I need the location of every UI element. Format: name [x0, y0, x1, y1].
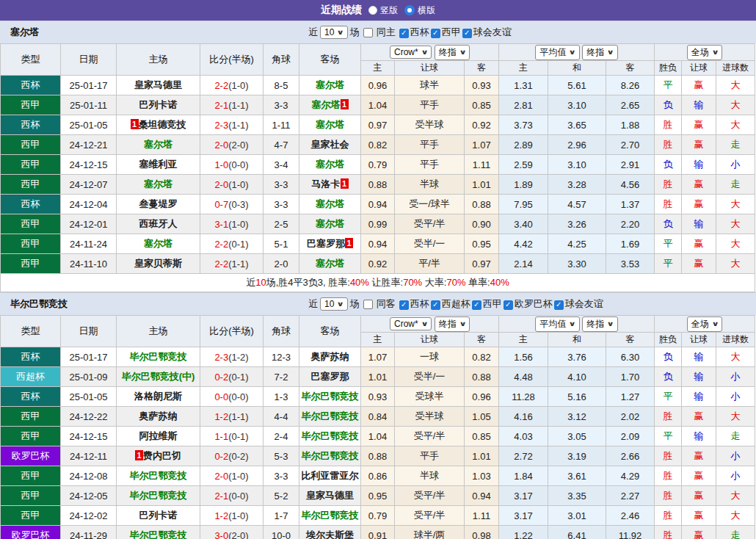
chevron-down-icon: ∨	[711, 48, 719, 56]
away-team-cell[interactable]: 皇家社会	[299, 135, 361, 155]
radio-horizontal-layout[interactable]: 横版	[404, 4, 435, 17]
bookmaker-select[interactable]: Crow*∨	[390, 46, 432, 59]
table-row: 西甲24-12-15阿拉维斯1-1(0-1)2-4毕尔巴鄂竞技1.04受平/半0…	[1, 427, 755, 446]
average-select[interactable]: 平均值∨	[535, 316, 579, 332]
radio-icon[interactable]	[368, 6, 377, 15]
home-team-cell[interactable]: 毕尔巴鄂竞技	[117, 526, 200, 539]
half-time-score: (0-1)	[228, 431, 248, 442]
bookmaker-select[interactable]: Crow*∨	[390, 317, 432, 330]
home-team-cell[interactable]: 塞尔塔	[117, 234, 200, 254]
home-team-cell[interactable]: 巴列卡诺	[117, 506, 200, 526]
score-cell: 0-7(0-3)	[200, 195, 263, 214]
average-odds-time-select[interactable]: 终指∨	[582, 45, 617, 60]
odds-time-select[interactable]: 终指∨	[435, 316, 470, 332]
away-team-cell[interactable]: 巴塞罗那1	[299, 234, 361, 254]
away-team-cell[interactable]: 比利亚雷亚尔	[299, 466, 361, 486]
corners-cell: 8-5	[263, 76, 299, 95]
same-venue-checkbox[interactable]	[363, 300, 373, 309]
away-team-cell[interactable]: 塞尔塔	[299, 214, 361, 234]
sub-header-avg-home: 主	[499, 333, 548, 347]
goals-result-cell: 大	[716, 254, 755, 274]
away-team-cell[interactable]: 马洛卡1	[299, 175, 361, 195]
home-team-cell[interactable]: 皇家贝蒂斯	[117, 254, 200, 274]
league-checkbox[interactable]: ✓	[399, 300, 409, 310]
away-team-cell[interactable]: 巴塞罗那	[299, 367, 361, 387]
away-team-cell[interactable]: 塞尔塔	[299, 76, 361, 95]
type-badge-cell: 西甲	[1, 155, 61, 175]
radio-vertical-layout[interactable]: 竖版	[368, 4, 398, 17]
handicap-result-cell: 赢	[682, 254, 716, 274]
goals-result-cell: 大	[716, 347, 755, 367]
league-checkbox[interactable]: ✓	[431, 29, 440, 38]
team-link: 西班牙人	[139, 218, 178, 229]
league-checkbox[interactable]: ✓	[462, 29, 472, 38]
home-team-cell[interactable]: 塞尔塔	[117, 175, 200, 195]
matches-label: 场	[350, 26, 360, 39]
goals-result-cell: 小	[716, 367, 755, 387]
matches-count-select[interactable]: 10 ∨	[320, 297, 348, 311]
away-team-cell[interactable]: 奥萨苏纳	[299, 347, 361, 367]
home-team-cell[interactable]: 叁蔓堤罗	[117, 195, 200, 214]
away-team-cell[interactable]: 毕尔巴鄂竞技	[299, 387, 361, 407]
avg-draw-odds: 3.65	[548, 115, 606, 135]
away-team-cell[interactable]: 塞尔塔	[299, 195, 361, 214]
full-time-score: 2-2	[214, 258, 228, 270]
away-team-cell[interactable]: 埃尔夫斯堡	[299, 526, 361, 539]
odds-time-select[interactable]: 终指∨	[435, 45, 470, 60]
home-team-cell[interactable]: 洛格朗尼斯	[117, 387, 200, 407]
corners-cell: 5-3	[263, 446, 299, 466]
average-select[interactable]: 平均值∨	[535, 45, 579, 60]
away-team-cell[interactable]: 毕尔巴鄂竞技	[299, 407, 361, 427]
away-team-cell[interactable]: 塞尔塔	[299, 115, 361, 135]
scope-select[interactable]: 全场∨	[687, 45, 722, 60]
away-team-cell[interactable]: 毕尔巴鄂竞技	[299, 506, 361, 526]
away-team-cell[interactable]: 塞尔塔	[299, 254, 361, 274]
home-team-cell[interactable]: 皇家马德里	[117, 76, 200, 95]
radio-icon[interactable]	[404, 5, 415, 15]
avg-away-odds: 1.70	[606, 367, 655, 387]
home-team-cell[interactable]: 1桑坦德竞技	[117, 115, 200, 135]
home-team-cell[interactable]: 阿拉维斯	[117, 427, 200, 446]
home-team-cell[interactable]: 毕尔巴鄂竞技	[117, 347, 200, 367]
league-checkbox[interactable]: ✓	[399, 29, 409, 38]
team-link: 塞尔塔	[316, 79, 344, 90]
recent-label: 近	[308, 297, 318, 311]
home-team-cell[interactable]: 毕尔巴鄂竞技	[117, 486, 200, 506]
home-team-cell[interactable]: 1费内巴切	[117, 446, 200, 466]
type-badge-cell: 西甲	[1, 506, 61, 526]
avg-away-odds: 2.65	[606, 95, 655, 115]
home-team-cell[interactable]: 巴列卡诺	[117, 95, 200, 115]
home-team-cell[interactable]: 塞尔塔	[117, 135, 200, 155]
avg-draw-odds: 5.61	[548, 76, 606, 95]
result-cell: 平	[655, 76, 682, 95]
avg-home-odds: 1.89	[499, 175, 548, 195]
away-team-cell[interactable]: 塞尔塔1	[299, 95, 361, 115]
away-team-cell[interactable]: 毕尔巴鄂竞技	[299, 427, 361, 446]
crow-home-odds: 0.97	[361, 115, 395, 135]
average-odds-time-select[interactable]: 终指∨	[582, 316, 617, 332]
check-icon: ✓	[401, 29, 407, 37]
home-team-cell[interactable]: 毕尔巴鄂竞技(中)	[117, 367, 200, 387]
league-checkbox[interactable]: ✓	[504, 300, 513, 310]
chevron-down-icon: ∨	[607, 48, 614, 56]
sub-header-handicap-result: 让球	[682, 333, 716, 347]
crow-away-odds: 0.92	[465, 115, 499, 135]
league-checkbox[interactable]: ✓	[554, 300, 564, 310]
matches-count-select[interactable]: 10 ∨	[320, 26, 348, 39]
away-team-cell[interactable]: 塞尔塔	[299, 155, 361, 175]
scope-select[interactable]: 全场∨	[687, 316, 722, 332]
avg-home-odds: 1.56	[499, 347, 548, 367]
away-team-cell[interactable]: 毕尔巴鄂竞技	[299, 446, 361, 466]
same-venue-checkbox[interactable]	[363, 28, 373, 37]
type-badge-cell: 西甲	[1, 427, 61, 446]
league-checkbox[interactable]: ✓	[472, 300, 481, 310]
home-team-cell[interactable]: 奥萨苏纳	[117, 407, 200, 427]
away-team-cell[interactable]: 皇家马德里	[299, 486, 361, 506]
home-team-cell[interactable]: 西班牙人	[117, 214, 200, 234]
home-team-cell[interactable]: 毕尔巴鄂竞技	[117, 466, 200, 486]
league-checkbox[interactable]: ✓	[431, 300, 440, 310]
goals-result-cell: 走	[716, 526, 755, 539]
home-team-cell[interactable]: 塞维利亚	[117, 155, 200, 175]
half-time-score: (1-0)	[228, 219, 248, 230]
avg-away-odds: 4.29	[606, 466, 655, 486]
